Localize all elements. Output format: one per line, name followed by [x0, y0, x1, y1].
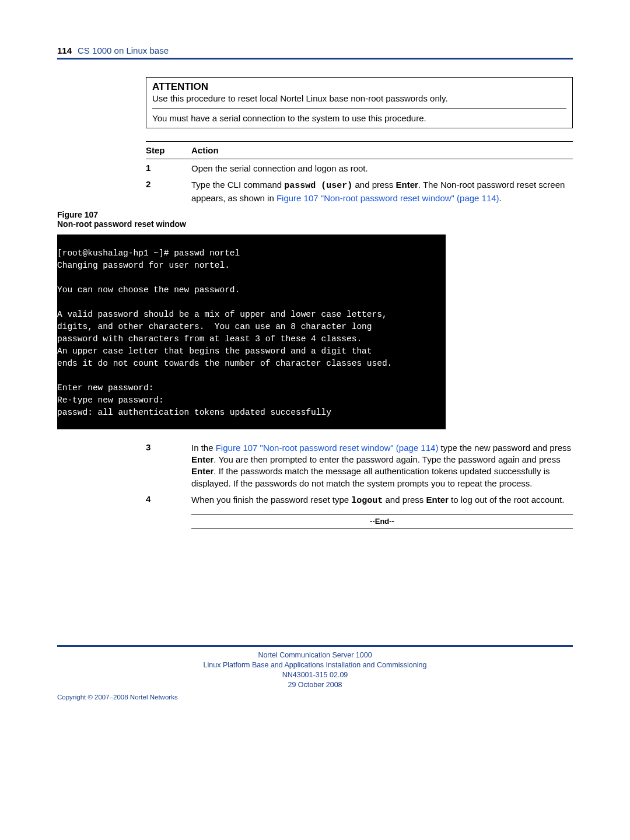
step-2-action: Type the CLI command passwd (user) and p…	[191, 179, 573, 204]
footer-line-3: NN43001-315 02.09	[57, 670, 573, 680]
step-2-cmd: passwd (user)	[284, 181, 352, 191]
step-2-num: 2	[146, 179, 191, 189]
page-footer: Nortel Communication Server 1000 Linux P…	[57, 645, 573, 701]
copyright: Copyright © 2007–2008 Nortel Networks	[57, 694, 573, 701]
step-2: 2 Type the CLI command passwd (user) and…	[146, 176, 573, 205]
step-table-header: Step Action	[146, 142, 573, 159]
step-1: 1 Open the serial connection and logon a…	[146, 159, 573, 176]
figure-caption: Figure 107 Non-root password reset windo…	[57, 210, 573, 229]
step-3-num: 3	[146, 442, 191, 452]
step-4-cmd: logout	[351, 496, 383, 506]
terminal-window: [root@kushalag-hp1 ~]# passwd nortel Cha…	[57, 235, 446, 429]
step-2-text-b: and press	[352, 180, 396, 190]
page-number: 114	[57, 46, 72, 55]
step-1-action: Open the serial connection and logon as …	[191, 163, 573, 174]
running-header: 114 CS 1000 on Linux base	[57, 46, 573, 55]
step-table: Step Action 1 Open the serial connection…	[146, 141, 573, 205]
attention-separator	[152, 108, 566, 108]
step-3-enter1: Enter	[191, 454, 214, 464]
attention-box: ATTENTION Use this procedure to reset lo…	[146, 77, 573, 128]
step-header-action: Action	[191, 145, 573, 155]
step-1-num: 1	[146, 163, 191, 173]
footer-line-1: Nortel Communication Server 1000	[57, 650, 573, 660]
step-3-action: In the Figure 107 "Non-root password res…	[191, 442, 573, 489]
attention-wrapper: ATTENTION Use this procedure to reset lo…	[146, 77, 573, 205]
step-4-enter: Enter	[426, 495, 449, 505]
footer-line-2: Linux Platform Base and Applications Ins…	[57, 660, 573, 670]
end-marker: --End--	[191, 514, 573, 528]
step-3-text-d: . If the passwords match the message all…	[191, 466, 550, 488]
steps-continued: 3 In the Figure 107 "Non-root password r…	[146, 439, 573, 528]
step-3: 3 In the Figure 107 "Non-root password r…	[146, 439, 573, 491]
figure-title: Non-root password reset window	[57, 219, 186, 229]
step-3-text-b: type the new password and press	[438, 443, 571, 453]
step-4-text-b: and press	[383, 495, 426, 505]
step-header-step: Step	[146, 145, 191, 155]
step-3-text-a: In the	[191, 443, 216, 453]
section-title: CS 1000 on Linux base	[78, 46, 169, 55]
step-4: 4 When you finish the password reset typ…	[146, 491, 573, 508]
page: 114 CS 1000 on Linux base ATTENTION Use …	[0, 0, 630, 724]
attention-heading: ATTENTION	[152, 81, 566, 93]
footer-rule	[57, 645, 573, 647]
step-2-text-d: .	[499, 193, 502, 203]
step-2-enter: Enter	[396, 180, 418, 190]
step-3-enter2: Enter	[191, 466, 214, 476]
header-rule	[57, 58, 573, 60]
step-2-link[interactable]: Figure 107 "Non-root password reset wind…	[276, 193, 499, 203]
step-4-text-a: When you finish the password reset type	[191, 495, 351, 505]
step-3-text-c: . You are then prompted to enter the pas…	[214, 454, 560, 464]
footer-text: Nortel Communication Server 1000 Linux P…	[57, 650, 573, 690]
step-4-num: 4	[146, 494, 191, 504]
step-2-text-a: Type the CLI command	[191, 180, 284, 190]
footer-line-4: 29 October 2008	[57, 680, 573, 690]
step-4-action: When you finish the password reset type …	[191, 494, 573, 507]
figure-label: Figure 107	[57, 210, 573, 219]
attention-line-1: Use this procedure to reset local Nortel…	[152, 93, 566, 103]
step-3-link[interactable]: Figure 107 "Non-root password reset wind…	[216, 443, 439, 453]
attention-line-2: You must have a serial connection to the…	[152, 113, 566, 123]
step-4-text-c: to log out of the root account.	[449, 495, 564, 505]
